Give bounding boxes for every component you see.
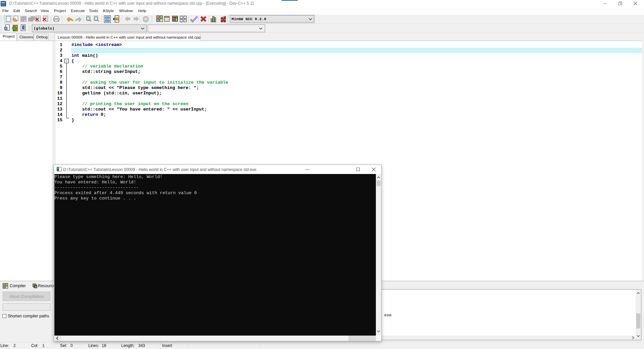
svg-text:DEV: DEV: [1, 2, 5, 4]
svg-text:C++: C++: [2, 4, 5, 6]
